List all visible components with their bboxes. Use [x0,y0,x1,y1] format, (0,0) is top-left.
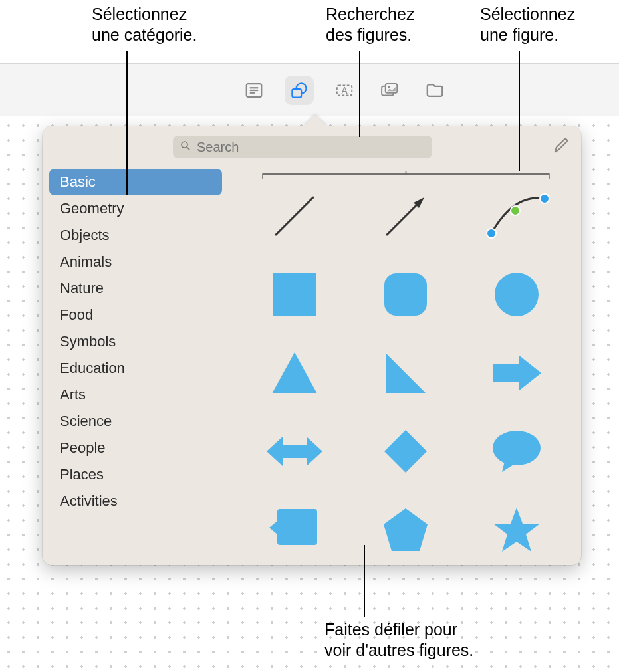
textbox-icon[interactable]: A [330,76,359,105]
shape-square[interactable] [265,265,324,324]
selection-bracket [261,171,551,181]
popover-body: BasicGeometryObjectsAnimalsNatureFoodSym… [43,165,581,565]
svg-marker-25 [493,355,541,391]
category-item[interactable]: Objects [49,222,222,249]
svg-text:A: A [341,86,348,96]
svg-marker-31 [269,521,277,534]
svg-marker-32 [384,508,428,551]
category-sidebar: BasicGeometryObjectsAnimalsNatureFoodSym… [43,165,229,565]
toolbar: A [0,63,619,116]
shape-right-triangle[interactable] [376,343,435,403]
shape-arrow-line[interactable] [376,186,435,246]
shapes-grid [245,186,565,560]
shapes-area [229,165,581,565]
search-input[interactable] [197,140,426,155]
svg-point-18 [540,194,549,203]
shape-diamond[interactable] [376,421,435,481]
svg-marker-33 [493,508,540,552]
svg-point-17 [487,229,496,238]
popover-header [43,126,581,165]
shape-double-arrow[interactable] [265,421,324,481]
svg-marker-27 [384,430,427,473]
svg-rect-30 [277,509,317,545]
shape-curve[interactable] [487,186,547,246]
svg-line-14 [276,197,313,235]
category-item[interactable]: Nature [49,275,222,302]
svg-point-22 [495,273,539,316]
svg-point-19 [511,206,520,215]
callout-select-shape: Sélectionnez une figure. [480,4,575,46]
shape-callout-square[interactable] [265,500,324,560]
shape-star[interactable] [487,500,547,560]
shape-triangle[interactable] [265,343,324,403]
shapes-icon[interactable] [285,76,314,105]
category-item[interactable]: People [49,435,222,461]
pen-tool-button[interactable] [552,136,570,158]
text-body-icon[interactable] [239,76,269,105]
svg-marker-26 [267,437,322,466]
svg-point-10 [388,86,390,88]
shapes-popover: BasicGeometryObjectsAnimalsNatureFoodSym… [43,126,581,565]
callout-select-category: Sélectionnez une catégorie. [92,4,197,46]
category-item[interactable]: Education [49,355,222,382]
toolbar-icons: A [239,76,449,105]
shape-circle[interactable] [487,265,547,324]
svg-marker-24 [386,354,426,393]
folder-icon[interactable] [420,76,449,105]
shape-rounded-square[interactable] [376,265,435,324]
category-item[interactable]: Basic [49,169,222,195]
category-item[interactable]: Places [49,461,222,488]
category-item[interactable]: Geometry [49,195,222,222]
category-item[interactable]: Science [49,408,222,435]
category-item[interactable]: Activities [49,488,222,514]
search-icon [180,140,191,154]
svg-rect-5 [292,89,301,98]
category-item[interactable]: Arts [49,382,222,408]
svg-point-11 [182,142,187,148]
svg-line-15 [387,201,420,235]
shape-arrow-right[interactable] [487,343,547,403]
callout-search-shapes: Recherchez des figures. [326,4,414,46]
svg-point-28 [493,431,541,465]
shape-pentagon[interactable] [376,500,435,560]
category-item[interactable]: Food [49,302,222,328]
svg-rect-21 [384,273,427,316]
svg-marker-23 [272,352,317,393]
media-icon[interactable] [375,76,404,105]
category-item[interactable]: Animals [49,249,222,275]
svg-marker-29 [502,461,517,472]
svg-line-12 [187,147,189,150]
shape-speech-bubble[interactable] [487,421,547,481]
shape-line[interactable] [265,186,324,246]
svg-rect-20 [273,273,316,316]
category-item[interactable]: Symbols [49,328,222,355]
search-field[interactable] [173,136,432,158]
